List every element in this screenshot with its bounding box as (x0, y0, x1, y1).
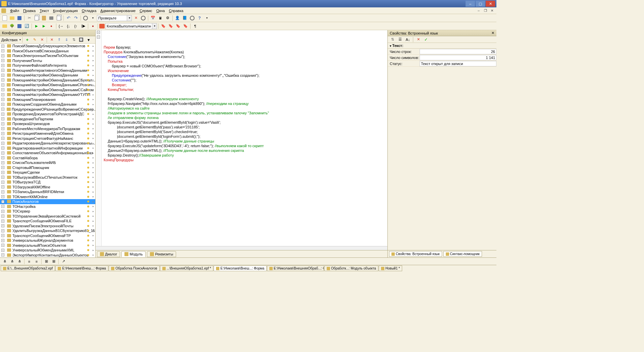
tree-item[interactable]: +СтартовыйПомощник▸ (0, 165, 95, 170)
tree-item[interactable]: +УдалитьВыгрузкаДанныхВ1СБухгалтерию81_1… (0, 228, 95, 233)
expand-icon[interactable]: + (1, 166, 4, 169)
edit-item-button[interactable] (31, 37, 38, 43)
tree-item[interactable]: +ПоискАналогов▸ (0, 199, 95, 204)
tree-item[interactable]: +ТОУправлениеЭквайринговойСистемой▸ (0, 214, 95, 219)
file-tab[interactable]: Обработка ПоискАналогов (109, 266, 160, 271)
step-out-button[interactable]: {↑ (72, 23, 79, 30)
expand-icon[interactable]: + (1, 229, 4, 232)
prop-section-text[interactable]: Текст: (388, 43, 496, 49)
expand-icon[interactable]: + (1, 93, 4, 96)
tree-item[interactable]: +ПомощникНастройкиОбменаДаннымиССайтом▸ (0, 87, 95, 93)
editor-tab-Реквизиты[interactable]: Реквизиты (147, 251, 176, 257)
tree-item[interactable]: +ПроверкаШтрихкодов▸ (0, 121, 95, 126)
tree-item[interactable]: +ТекущиеСделки▸ (0, 170, 95, 175)
tree-item[interactable]: +РабочееМестоМенеджераПоПродажам▸ (0, 126, 95, 131)
expand-icon[interactable]: + (1, 83, 4, 86)
fold-button[interactable]: − (97, 36, 100, 39)
tree-item[interactable]: +ПоискОбъектовВСпискахДанных▸ (0, 49, 95, 54)
menu-Конфигурация[interactable]: Конфигурация (51, 8, 80, 13)
editor-scrollbar[interactable] (96, 246, 387, 250)
expand-icon[interactable]: + (1, 146, 4, 150)
menu-Текст[interactable]: Текст (38, 8, 51, 13)
tree-item[interactable]: +ПолучениеФайловИзИнтернета▸ (0, 63, 95, 68)
tree-item[interactable]: +ТОЗагрузкаККМOffline▸ (0, 185, 95, 190)
expand-icon[interactable]: + (1, 171, 4, 174)
expand-icon[interactable]: + (1, 210, 4, 213)
step-over-button[interactable]: {→ (58, 23, 64, 30)
tree-item[interactable]: +ПроведениеПоПартиям▸ (0, 117, 95, 122)
global-find-button[interactable] (189, 15, 196, 21)
menu-Сервис[interactable]: Сервис (138, 8, 154, 13)
open-button[interactable] (9, 15, 15, 21)
run-button[interactable] (41, 23, 47, 30)
tree-item[interactable]: +УниверсальныйПоискОбъектов▸ (0, 243, 95, 248)
expand-icon[interactable]: + (1, 161, 4, 164)
expand-icon[interactable]: + (1, 200, 4, 203)
expand-icon[interactable]: + (1, 137, 4, 140)
tree-item[interactable]: +РедактированиеКонтактнойИнформации▸ (0, 146, 95, 151)
expand-icon[interactable]: + (1, 103, 4, 106)
procedure-combo[interactable]: ▾ (105, 23, 157, 29)
menu-Правка[interactable]: Правка (21, 8, 38, 13)
prop-value[interactable]: 26 (420, 49, 496, 54)
file-tab[interactable]: Е:\Николаев\Внеш...: Форма (214, 266, 267, 271)
redo-button[interactable] (72, 15, 79, 21)
file-tab[interactable]: Обработк...: Модуль объекта (324, 266, 378, 271)
syntax-button[interactable]: 📘 (181, 15, 188, 21)
menu-Файл[interactable]: Файл (8, 8, 21, 13)
help-button[interactable] (196, 15, 203, 21)
step-in-button[interactable]: {↓ (65, 23, 72, 30)
tree-item[interactable]: +СопоставлениеОбъектовИнформационныхБаз▸ (0, 151, 95, 156)
menu-Окна[interactable]: Окна (154, 8, 167, 13)
code-editor[interactable]: − − Перем Браузер;Процедура КнопкаВыполн… (96, 30, 387, 246)
tree-button[interactable]: 🌳 (9, 23, 15, 30)
tree-item[interactable]: +ТОСервер▸ (0, 209, 95, 214)
undo-button[interactable] (65, 15, 72, 21)
calc-button[interactable]: 🖩 (157, 15, 164, 21)
procedure-input[interactable] (105, 23, 152, 29)
expand-icon[interactable]: + (1, 234, 4, 237)
tree-item[interactable]: +ТранспортСообщенийОбменаFILE▸ (0, 219, 95, 224)
tree-item[interactable]: +ПомощникНастройкиОбменаДаннымиУТУПП▸ (0, 92, 95, 97)
move-down-button[interactable] (63, 37, 70, 43)
tree-item[interactable]: +ПоискИЗаменаДублирующихсяЭлементов▸ (0, 44, 95, 49)
add-item-button[interactable] (24, 37, 31, 43)
dbg-btn4[interactable]: ≡ (26, 258, 33, 265)
expand-icon[interactable]: + (1, 88, 4, 91)
find-dropdown-button[interactable]: ▾ (90, 15, 96, 21)
dbg-btn2[interactable]: ⋔ (9, 258, 15, 265)
expand-icon[interactable]: + (1, 127, 4, 130)
search-dropdown[interactable]: ▾ (127, 15, 132, 21)
search-combo[interactable]: ▾ (97, 15, 132, 21)
run-to-button[interactable]: {▶ (80, 23, 87, 30)
menu-Отладка[interactable]: Отладка (80, 8, 99, 13)
expand-icon[interactable]: + (1, 132, 4, 135)
pause-button[interactable] (48, 23, 55, 30)
dbg-btn8[interactable]: ↗ (60, 258, 67, 265)
paste-button[interactable] (41, 15, 47, 21)
prop-value[interactable]: Текст открыт для записи (420, 61, 496, 66)
prop-apply-button[interactable] (423, 36, 429, 43)
expand-icon[interactable]: + (1, 220, 4, 223)
save-button[interactable] (16, 15, 23, 21)
properties-close-button[interactable]: ✕ (491, 31, 494, 35)
expand-icon[interactable]: + (1, 54, 4, 57)
tree-item[interactable]: +ПомощникСозданияОбменаДанными▸ (0, 102, 95, 107)
compare-button[interactable] (55, 15, 62, 21)
tree-item[interactable]: +СоставНабора▸ (0, 156, 95, 161)
procedure-dropdown[interactable]: ▾ (152, 23, 157, 29)
tree-item[interactable]: +УниверсальныйЖурналДокументов▸ (0, 238, 95, 243)
file-tab[interactable]: Новый1 * (379, 266, 402, 271)
dbg-btn1[interactable]: ⋔ (1, 258, 8, 265)
bookmark-button[interactable]: 🔖 (160, 23, 167, 30)
close-button[interactable]: ✕ (486, 1, 495, 7)
expand-icon[interactable]: + (1, 181, 4, 184)
expand-icon[interactable]: + (1, 108, 4, 111)
tree-item[interactable]: +ТОВыгрузкаТСД▸ (0, 180, 95, 185)
tree-item[interactable]: +ТОКлиентККМOnline▸ (0, 194, 95, 199)
tree-item[interactable]: +ПомощникПланирования▸ (0, 97, 95, 102)
minimize-button[interactable]: – (466, 1, 475, 7)
actions-dropdown[interactable]: ▾ (19, 38, 21, 41)
new-button[interactable] (1, 15, 8, 21)
expand-icon[interactable]: + (1, 224, 4, 227)
